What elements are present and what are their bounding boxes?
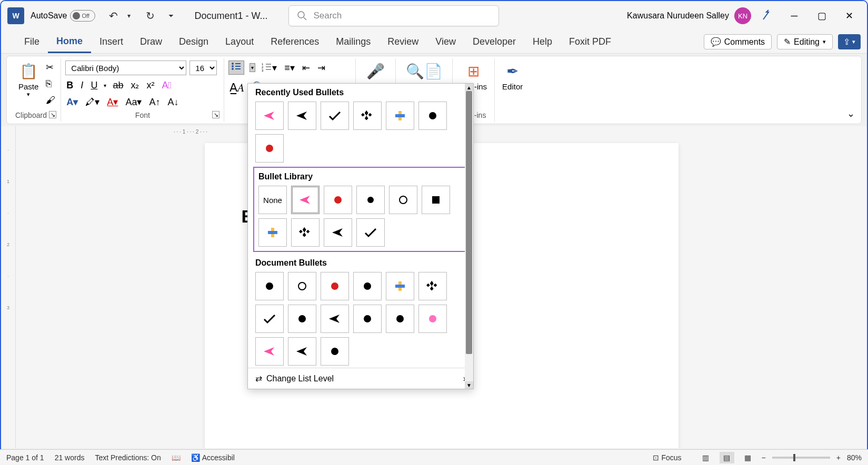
bullets-dropdown[interactable]: ▾ xyxy=(250,63,255,72)
bullet-four-diamonds[interactable] xyxy=(353,102,382,130)
bullet-black-arrow[interactable] xyxy=(288,102,316,130)
undo-button[interactable]: ↶ xyxy=(105,7,122,24)
qat-customize[interactable]: ⏷ xyxy=(163,7,179,24)
bullet-color-cross[interactable] xyxy=(386,272,414,300)
print-layout-view[interactable]: ▤ xyxy=(720,452,734,463)
bullet-pink-arrow[interactable] xyxy=(291,186,320,214)
change-list-level-item[interactable]: ⇄ Change List Level › xyxy=(248,368,473,389)
underline-button[interactable]: U xyxy=(89,79,98,92)
language-button[interactable]: 📖 xyxy=(172,453,181,462)
bullet-red-dot[interactable] xyxy=(255,134,284,163)
font-color-button[interactable]: A▾ xyxy=(106,95,119,109)
editor-button[interactable]: ✒ Editor xyxy=(499,60,526,93)
tab-review[interactable]: Review xyxy=(379,31,427,53)
highlight-button[interactable]: 🖍▾ xyxy=(84,95,101,109)
zoom-in-button[interactable]: + xyxy=(836,453,841,462)
font-name-select[interactable]: Calibri (Body) xyxy=(65,60,186,75)
tab-layout[interactable]: Layout xyxy=(217,31,262,53)
tab-insert[interactable]: Insert xyxy=(91,31,132,53)
bullet-color-cross[interactable] xyxy=(386,102,414,130)
tab-references[interactable]: References xyxy=(262,31,327,53)
bullets-button[interactable] xyxy=(228,60,244,75)
read-mode-view[interactable]: ▥ xyxy=(699,452,713,463)
bullet-black-dot-small[interactable] xyxy=(356,186,385,214)
change-case-button[interactable]: Aa▾ xyxy=(124,95,143,109)
bullet-none[interactable]: None xyxy=(258,186,287,214)
tab-help[interactable]: Help xyxy=(524,31,561,53)
multilevel-list-button[interactable]: ≡▾ xyxy=(283,61,296,75)
tab-file[interactable]: File xyxy=(16,31,48,53)
dropdown-scrollbar[interactable]: ▲ ▼ xyxy=(465,84,473,389)
bullet-pink-arrow[interactable] xyxy=(255,337,284,366)
tab-developer[interactable]: Developer xyxy=(464,31,524,53)
bullet-pink-dot[interactable] xyxy=(418,305,447,333)
ribbon-collapse-button[interactable]: ⌄ xyxy=(847,108,855,119)
grow-font-button[interactable]: A↑ xyxy=(148,96,161,109)
bullet-black-dot[interactable] xyxy=(386,305,414,333)
bullet-black-dot[interactable] xyxy=(321,337,349,366)
bullet-checkmark[interactable] xyxy=(356,218,385,247)
share-button[interactable]: ⇪ ▾ xyxy=(838,34,861,49)
zoom-level[interactable]: 80% xyxy=(847,453,862,462)
bullet-color-cross[interactable] xyxy=(258,218,287,247)
decrease-indent-button[interactable]: ⇤ xyxy=(301,61,311,75)
zoom-out-button[interactable]: − xyxy=(762,453,766,462)
increase-indent-button[interactable]: ⇥ xyxy=(316,61,326,75)
tab-design[interactable]: Design xyxy=(171,31,217,53)
bullet-hollow-circle[interactable] xyxy=(389,186,417,214)
subscript-button[interactable]: x₂ xyxy=(129,78,140,92)
comments-button[interactable]: 💬 Comments xyxy=(704,34,772,49)
text-predictions-status[interactable]: Text Predictions: On xyxy=(95,453,161,462)
tab-foxit-pdf[interactable]: Foxit PDF xyxy=(561,31,620,53)
search-input[interactable]: Search xyxy=(288,5,499,26)
focus-mode-button[interactable]: ⊡Focus xyxy=(653,453,681,462)
bullet-checkmark[interactable] xyxy=(321,102,349,130)
paste-button[interactable]: 📋 Paste ▾ xyxy=(15,60,42,100)
bullet-black-dot[interactable] xyxy=(353,272,382,300)
zoom-slider-knob[interactable] xyxy=(793,454,795,461)
user-avatar[interactable]: KN xyxy=(734,7,751,24)
autosave-switch[interactable]: Off xyxy=(70,10,95,22)
accessibility-button[interactable]: ♿Accessibil xyxy=(191,453,235,462)
tab-mailings[interactable]: Mailings xyxy=(327,31,379,53)
bullet-black-arrow[interactable] xyxy=(324,218,352,247)
bullet-black-dot[interactable] xyxy=(418,102,447,130)
text-effects-button[interactable]: A▾ xyxy=(65,95,79,109)
autosave-toggle[interactable]: AutoSave Off xyxy=(31,10,95,22)
bullet-black-dot[interactable] xyxy=(353,305,382,333)
clipboard-dialog-launcher[interactable]: ↘ xyxy=(49,111,56,118)
clear-formatting-button[interactable]: A⃠ xyxy=(161,79,173,92)
bullet-pink-arrow[interactable] xyxy=(255,102,284,130)
word-count[interactable]: 21 words xyxy=(55,453,85,462)
bullet-black-dot[interactable] xyxy=(288,305,316,333)
bullet-red-dot[interactable] xyxy=(321,272,349,300)
redo-button[interactable]: ↻ xyxy=(142,7,158,24)
scroll-up-arrow[interactable]: ▲ xyxy=(465,84,473,91)
bullet-black-arrow[interactable] xyxy=(321,305,349,333)
shrink-font-button[interactable]: A↓ xyxy=(166,96,179,109)
bullet-four-diamonds[interactable] xyxy=(291,218,320,247)
page-indicator[interactable]: Page 1 of 1 xyxy=(6,453,44,462)
superscript-button[interactable]: x² xyxy=(145,79,155,92)
font-size-select[interactable]: 16 xyxy=(189,60,217,75)
cut-button[interactable]: ✂ xyxy=(45,60,56,74)
tab-view[interactable]: View xyxy=(427,31,464,53)
bold-button[interactable]: B xyxy=(65,79,74,92)
maximize-button[interactable]: ▢ xyxy=(810,6,833,25)
format-painter-button[interactable]: 🖌 xyxy=(45,94,56,107)
scroll-down-arrow[interactable]: ▼ xyxy=(465,381,473,389)
coming-soon-icon[interactable] xyxy=(755,6,779,25)
strikethrough-button[interactable]: ab xyxy=(112,79,124,92)
web-layout-view[interactable]: ▦ xyxy=(741,452,755,463)
editing-mode-button[interactable]: ✎ Editing ▾ xyxy=(777,34,833,49)
numbering-button[interactable]: 123▾ xyxy=(261,61,278,75)
close-button[interactable]: ✕ xyxy=(837,6,861,25)
tab-draw[interactable]: Draw xyxy=(132,31,171,53)
bullet-hollow-circle[interactable] xyxy=(288,272,316,300)
bullet-checkmark[interactable] xyxy=(255,305,284,333)
tab-home[interactable]: Home xyxy=(48,31,91,53)
italic-button[interactable]: I xyxy=(79,79,84,92)
zoom-slider[interactable] xyxy=(772,457,830,459)
bullet-black-square[interactable] xyxy=(422,186,450,214)
bullet-four-diamonds[interactable] xyxy=(418,272,447,300)
